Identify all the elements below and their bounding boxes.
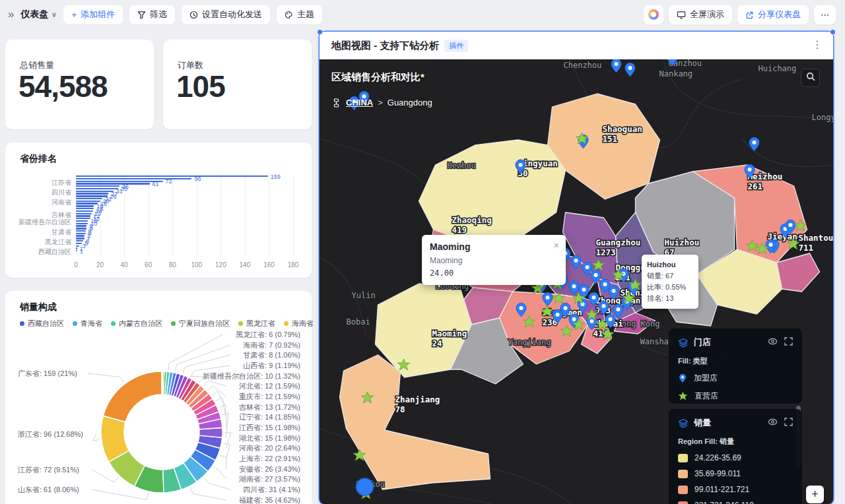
bar[interactable] — [76, 178, 191, 179]
bar[interactable] — [76, 240, 83, 241]
donut-slice[interactable] — [162, 371, 162, 394]
expand-icon[interactable] — [784, 337, 793, 348]
bar[interactable] — [76, 223, 88, 224]
bar[interactable] — [76, 183, 150, 184]
map-place-label: Hezhou — [448, 161, 476, 170]
map-popup-huizhou: Huizhou 销量: 67比率: 0.55%排名: 13 — [642, 255, 698, 309]
resize-handle[interactable] — [318, 30, 322, 34]
breadcrumb-china-link[interactable]: CHINA — [346, 98, 373, 108]
share-dashboard-button[interactable]: 分享仪表盘 — [737, 5, 809, 24]
kpi-card-order-count: 订单数 105 — [163, 40, 312, 129]
expand-icon[interactable] — [784, 418, 793, 428]
map-region-value: 151 — [603, 134, 618, 144]
bar[interactable] — [76, 213, 92, 214]
bar[interactable] — [76, 218, 90, 219]
top-toolbar: » 仪表盘 ∨ + 添加组件 筛选 设置自动化发送 主题 全屏演示 — [0, 0, 845, 29]
bar[interactable] — [76, 225, 86, 226]
marker-cluster[interactable] — [356, 478, 374, 495]
fullscreen-button[interactable]: 全屏演示 — [669, 5, 732, 24]
gridline — [269, 173, 269, 256]
bar[interactable] — [76, 205, 94, 206]
bar[interactable] — [76, 181, 163, 182]
legend-item[interactable]: 宁夏回族自治区 — [171, 319, 230, 329]
province-ranking-bar-chart[interactable]: 0204060801001201401601801599672613635312… — [5, 142, 312, 278]
store-type-row[interactable]: 加盟店 — [678, 373, 793, 384]
bar[interactable] — [76, 191, 114, 192]
legend-item[interactable]: 黑龙江省 — [238, 319, 275, 329]
donut-label: 江西省: 15 (1.98%) — [238, 424, 300, 431]
store-type-row[interactable]: 直营店 — [678, 391, 793, 402]
bar[interactable] — [76, 201, 100, 202]
resize-handle[interactable] — [830, 30, 835, 34]
choropleth-band-row[interactable]: 24.226-35.69 — [678, 453, 793, 462]
layer-panel-sales: 销量 Region Fill: 销量 24.226-35.6935.69-99.… — [669, 409, 802, 504]
bar[interactable] — [76, 220, 88, 222]
appearance-button[interactable] — [644, 5, 663, 24]
widget-menu-icon[interactable]: ⋮ — [812, 38, 823, 51]
bar[interactable] — [76, 228, 86, 229]
choropleth-band-row[interactable]: 99.011-221.721 — [678, 485, 793, 494]
legend-item[interactable]: 内蒙古自治区 — [111, 319, 162, 329]
visibility-eye-icon[interactable] — [768, 418, 778, 428]
donut-label: 山东省: 61 (8.06%) — [18, 486, 79, 493]
dashboard-menu[interactable]: 仪表盘 ∨ — [20, 9, 57, 20]
close-icon[interactable]: × — [554, 240, 559, 251]
bar[interactable] — [76, 210, 93, 212]
bar[interactable] — [76, 247, 77, 249]
donut-label: 黑龙江省: 6 (0.79%) — [236, 331, 300, 338]
legend-item[interactable]: 西藏自治区 — [20, 319, 64, 329]
kpi-card-total-sales: 总销售量 54,588 — [5, 40, 154, 129]
donut-slice[interactable] — [103, 371, 162, 422]
filter-button[interactable]: 筛选 — [129, 5, 175, 24]
x-tick-label: 140 — [240, 261, 251, 268]
choropleth-band-row[interactable]: 35.69-99.011 — [678, 469, 793, 478]
map-card-title: 地图视图 - 支持下钻分析 — [331, 40, 439, 52]
map-search-button[interactable] — [801, 69, 820, 87]
auto-send-button[interactable]: 设置自动化发送 — [182, 5, 270, 24]
map-canvas[interactable]: ChenzhouGanzhouNankangHuichangLongyanHez… — [320, 59, 833, 504]
add-widget-button[interactable]: + 添加组件 — [63, 5, 123, 24]
map-region-value: 1273 — [596, 247, 616, 257]
color-ring-icon — [648, 9, 659, 20]
collapse-sidebar-icon[interactable]: » — [8, 8, 14, 21]
star-icon — [678, 391, 688, 401]
layers-icon — [678, 418, 689, 428]
map-region-label: Maoming — [432, 329, 467, 338]
panel-title: 门店 — [694, 336, 711, 348]
map-region-value: 419 — [452, 225, 467, 235]
visibility-eye-icon[interactable] — [768, 337, 778, 348]
donut-leader-line — [92, 489, 148, 500]
color-swatch — [678, 486, 688, 494]
donut-label: 甘肃省: 8 (1.06%) — [243, 351, 300, 359]
map-widget-card[interactable]: 地图视图 - 支持下钻分析 插件 ⋮ — [320, 32, 833, 504]
bar[interactable] — [76, 195, 108, 197]
bar[interactable] — [76, 230, 86, 232]
kpi-value: 54,588 — [18, 69, 108, 104]
sales-composition-donut-chart[interactable]: 广东省: 159 (21%)浙江省: 96 (12.68%)江苏省: 72 (9… — [5, 331, 312, 504]
bar[interactable] — [76, 185, 119, 187]
theme-button[interactable]: 主题 — [277, 5, 322, 24]
bar[interactable] — [76, 198, 102, 199]
zoom-in-button[interactable]: + — [806, 486, 824, 503]
bar[interactable] — [76, 235, 84, 236]
share-icon — [745, 11, 754, 19]
legend-dot-icon — [171, 321, 176, 326]
legend-item[interactable]: 青海省 — [73, 319, 102, 329]
bar[interactable] — [76, 243, 82, 244]
plus-icon: + — [71, 10, 77, 20]
bar[interactable] — [76, 203, 98, 204]
bar[interactable] — [76, 237, 84, 239]
bar[interactable] — [76, 233, 86, 234]
legend-item[interactable]: 海南省 — [284, 319, 314, 329]
breadcrumb-current: Guangdong — [388, 98, 432, 108]
more-button[interactable]: ⋯ — [814, 5, 836, 24]
choropleth-band-row[interactable]: 221.721-346.119 — [678, 501, 793, 504]
bar[interactable] — [76, 193, 108, 194]
bar[interactable] — [76, 215, 90, 216]
bar[interactable] — [76, 208, 94, 209]
bar[interactable] — [76, 245, 79, 247]
donut-label: 湖南省: 27 (3.57%) — [238, 475, 300, 483]
donut-label: 安徽省: 26 (3.43%) — [239, 465, 300, 473]
bar[interactable] — [76, 188, 118, 189]
color-swatch — [678, 501, 688, 504]
